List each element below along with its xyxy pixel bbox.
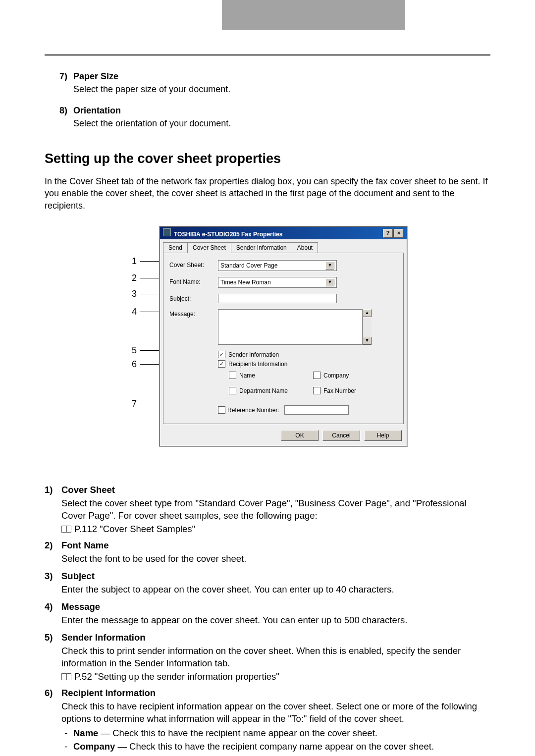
cover-sheet-panel: Cover Sheet: Standard Cover Page ▼ Font … (163, 253, 404, 424)
company-checkbox[interactable] (313, 372, 321, 379)
def-title: Orientation (73, 105, 490, 116)
tabstrip: SendCover SheetSender InformationAbout (163, 242, 404, 253)
cancel-button[interactable]: Cancel (322, 430, 360, 441)
item-text: Select the font to be used for the cover… (61, 553, 490, 565)
item-ref: P.112 "Cover Sheet Samples" (74, 523, 195, 536)
item-title: Sender Information (61, 632, 490, 644)
opt-name-label: Name (239, 372, 255, 379)
callout-5: 5 (129, 345, 137, 356)
cover-sheet-label: Cover Sheet: (169, 260, 218, 269)
numbered-item-list: 1)Cover SheetSelect the cover sheet type… (45, 484, 490, 754)
item-title: Recipient Information (61, 687, 490, 700)
opt-company-label: Company (323, 372, 349, 379)
def-text: Select the paper size of your document. (73, 83, 490, 95)
callout-2: 2 (129, 273, 137, 283)
item-title: Message (61, 601, 490, 613)
chevron-down-icon: ▼ (325, 262, 334, 270)
subject-label: Subject: (169, 294, 218, 302)
def-text: Select the orientation of your document. (73, 117, 490, 129)
sub-item: Name — Check this to have the recipient … (73, 727, 377, 740)
tab-cover-sheet[interactable]: Cover Sheet (187, 242, 231, 253)
item-text: Enter the subject to appear on the cover… (61, 584, 490, 596)
def-num: 7) (59, 70, 73, 103)
font-name-select-value: Times New Roman (220, 279, 271, 286)
chevron-down-icon: ▼ (325, 278, 334, 286)
dialog-titlebar: TOSHIBA e-STUDIO205 Fax Properties ? × (160, 227, 407, 239)
callout-6: 6 (129, 359, 137, 370)
message-label: Message: (169, 309, 218, 318)
section-intro: In the Cover Sheet tab of the network fa… (45, 175, 490, 212)
reference-number-label: Reference Number: (227, 407, 279, 414)
bullet-dash: - (64, 741, 69, 753)
item-num: 5) (45, 632, 61, 683)
item-text: Check this to have recipient information… (61, 701, 490, 725)
help-button[interactable]: ? (383, 229, 393, 238)
top-definition-list: 7)Paper SizeSelect the paper size of you… (59, 70, 490, 136)
callout-4: 4 (129, 307, 137, 317)
cover-sheet-dialog-figure: 1234567 TOSHIBA e-STUDIO205 Fax Properti… (129, 226, 406, 464)
sender-info-label: Sender Information (228, 351, 279, 358)
dialog-title: TOSHIBA e-STUDIO205 Fax Properties (174, 231, 282, 238)
subject-input[interactable] (218, 294, 337, 303)
item-title: Subject (61, 570, 490, 583)
faxnumber-checkbox[interactable] (313, 387, 321, 394)
tab-about[interactable]: About (292, 242, 318, 253)
fax-properties-dialog: TOSHIBA e-STUDIO205 Fax Properties ? × S… (160, 226, 407, 446)
callout-1: 1 (129, 256, 137, 267)
item-num: 4) (45, 601, 61, 628)
department-checkbox[interactable] (229, 387, 236, 394)
def-num: 8) (59, 105, 73, 137)
message-scrollbar[interactable]: ▲ ▼ (363, 309, 372, 345)
app-icon (163, 228, 171, 236)
item-title: Cover Sheet (61, 484, 490, 496)
item-num: 6) (45, 687, 61, 754)
bullet-dash: - (64, 727, 69, 740)
callout-3: 3 (129, 289, 137, 299)
message-textarea[interactable] (218, 309, 363, 345)
font-name-label: Font Name: (169, 277, 218, 285)
book-icon (61, 673, 71, 680)
help-button-bottom[interactable]: Help (364, 430, 402, 441)
ok-button[interactable]: OK (281, 430, 319, 441)
scroll-down-icon[interactable]: ▼ (363, 337, 372, 345)
reference-number-input[interactable] (284, 405, 349, 415)
name-checkbox[interactable] (229, 372, 236, 379)
cover-sheet-select-value: Standard Cover Page (220, 262, 277, 269)
item-text: Check this to print sender information o… (61, 645, 490, 670)
scroll-track (363, 317, 372, 337)
scroll-up-icon[interactable]: ▲ (363, 309, 372, 317)
item-text: Select the cover sheet type from "Standa… (61, 497, 490, 522)
sender-info-checkbox[interactable]: ✓ (218, 351, 225, 358)
item-num: 3) (45, 570, 61, 597)
def-title: Paper Size (73, 70, 490, 82)
tab-send[interactable]: Send (163, 242, 188, 253)
reference-number-checkbox[interactable] (218, 406, 225, 414)
item-title: Font Name (61, 540, 490, 552)
font-name-select[interactable]: Times New Roman ▼ (218, 277, 337, 288)
recipients-info-checkbox[interactable]: ✓ (218, 360, 225, 368)
opt-fax-label: Fax Number (323, 387, 356, 394)
section-heading: Setting up the cover sheet properties (45, 151, 490, 166)
item-text: Enter the message to appear on the cover… (61, 614, 490, 627)
header-tab-shadow (222, 0, 405, 30)
callout-7: 7 (129, 399, 137, 409)
recipients-info-label: Recipients Information (228, 361, 287, 368)
top-rule (45, 54, 490, 55)
tab-sender-information[interactable]: Sender Information (231, 242, 292, 253)
cover-sheet-select[interactable]: Standard Cover Page ▼ (218, 260, 337, 271)
close-button[interactable]: × (394, 229, 404, 238)
sub-item: Company — Check this to have the recipie… (73, 741, 434, 753)
book-icon (61, 526, 71, 533)
item-ref: P.52 "Setting up the sender information … (74, 671, 279, 683)
item-num: 2) (45, 540, 61, 566)
page-top-strip (0, 0, 535, 30)
item-num: 1) (45, 484, 61, 536)
opt-dept-label: Department Name (239, 387, 288, 394)
